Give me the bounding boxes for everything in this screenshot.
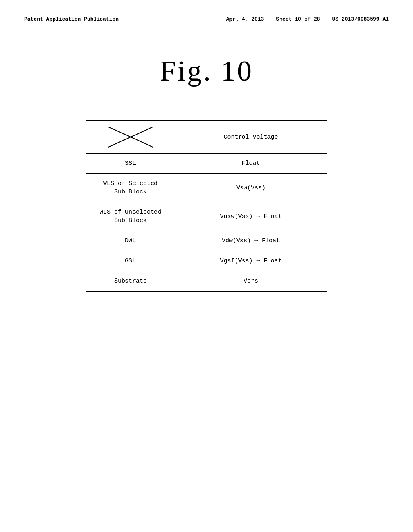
- table-row: DWL Vdw(Vss) → Float: [86, 231, 327, 251]
- x-cross-icon: [106, 125, 155, 149]
- table-cell-dwl-label: DWL: [86, 231, 175, 251]
- table-header-row: Control Voltage: [86, 121, 327, 154]
- voltage-table: Control Voltage SSL Float WLS of Selecte…: [86, 120, 327, 292]
- table-cell-gsl-value: VgsI(Vss) → Float: [175, 251, 327, 271]
- table-cell-wls-unselected-label: WLS of Unselected Sub Block: [86, 202, 175, 231]
- table-row: Substrate Vers: [86, 271, 327, 291]
- table-cell-wls-selected-value: Vsw(Vss): [175, 174, 327, 202]
- table-cell-ssl-label: SSL: [86, 154, 175, 173]
- table-cell-wls-selected-label: WLS of Selected Sub Block: [86, 174, 175, 202]
- table-header-control-voltage: Control Voltage: [175, 121, 327, 153]
- table-header-icon-cell: [86, 121, 175, 153]
- header-date: Apr. 4, 2013: [226, 16, 264, 22]
- table-cell-gsl-label: GSL: [86, 251, 175, 271]
- table-row: WLS of Selected Sub Block Vsw(Vss): [86, 174, 327, 202]
- table-cell-dwl-value: Vdw(Vss) → Float: [175, 231, 327, 251]
- table-cell-substrate-value: Vers: [175, 271, 327, 291]
- figure-title: Fig. 10: [24, 54, 389, 88]
- header-right-group: Apr. 4, 2013 Sheet 10 of 28 US 2013/0083…: [226, 16, 389, 22]
- header-publication-label: Patent Application Publication: [24, 16, 119, 22]
- table-cell-ssl-value: Float: [175, 154, 327, 173]
- header-sheet: Sheet 10 of 28: [276, 16, 320, 22]
- table-row: WLS of Unselected Sub Block Vusw(Vss) → …: [86, 202, 327, 231]
- table-cell-wls-unselected-value: Vusw(Vss) → Float: [175, 202, 327, 231]
- table-cell-substrate-label: Substrate: [86, 271, 175, 291]
- table-row: GSL VgsI(Vss) → Float: [86, 251, 327, 271]
- page-header: Patent Application Publication Apr. 4, 2…: [24, 16, 389, 22]
- table-row: SSL Float: [86, 154, 327, 174]
- header-patent: US 2013/0083599 A1: [332, 16, 389, 22]
- page-container: Patent Application Publication Apr. 4, 2…: [0, 0, 413, 532]
